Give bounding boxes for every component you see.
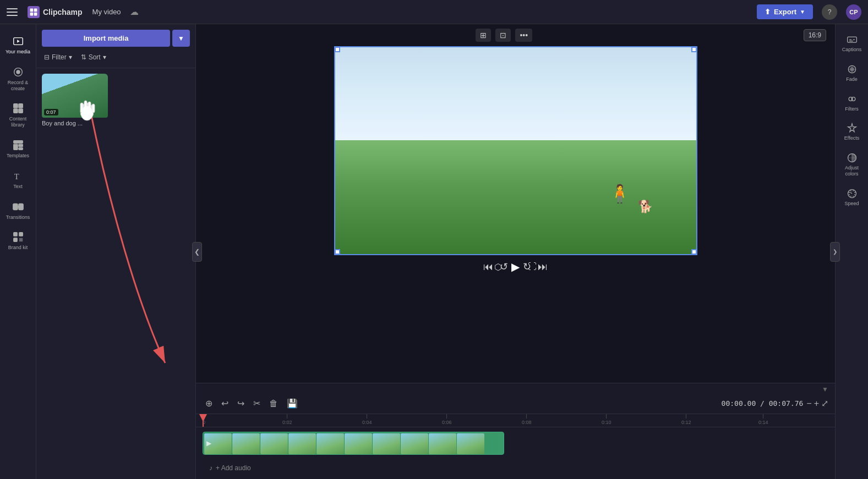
svg-rect-11 xyxy=(13,141,23,144)
video-preview-area: ⊞ ⊡ ••• 16:9 🧍 🐕 xyxy=(196,24,835,383)
resize-button[interactable]: ⊞ xyxy=(476,29,491,42)
svg-rect-3 xyxy=(34,12,37,15)
cloud-sync-icon: ☁ xyxy=(130,7,139,17)
timeline-tracks: ▶ xyxy=(196,427,835,479)
ruler-tick-8: 0:08 xyxy=(522,414,532,425)
ruler-tick-12: 0:12 xyxy=(681,414,691,425)
export-dropdown-arrow: ▼ xyxy=(800,9,805,15)
ruler-tick-10: 0:10 xyxy=(602,414,612,425)
cut-button[interactable]: ✂ xyxy=(250,397,263,410)
media-item-boy-and-dog[interactable]: 0:07 Boy and dog ... xyxy=(42,74,108,126)
export-button[interactable]: ⬆ Export ▼ xyxy=(757,4,813,19)
import-media-button[interactable]: Import media xyxy=(42,30,170,47)
timeline-expand-button[interactable]: ▼ xyxy=(822,386,828,393)
scene-dog-figure: 🐕 xyxy=(638,201,653,213)
add-audio-button[interactable]: ♪ + Add audio xyxy=(203,459,828,477)
video-title[interactable]: My video xyxy=(92,8,121,16)
svg-rect-21 xyxy=(847,37,856,42)
canvas-handle-bl[interactable] xyxy=(335,249,340,255)
redo-button[interactable]: ↪ xyxy=(234,397,247,410)
media-thumbnail-image: 0:07 xyxy=(42,74,108,118)
playhead-marker[interactable] xyxy=(203,414,204,427)
svg-rect-12 xyxy=(13,144,17,150)
add-audio-icon: ♪ xyxy=(209,464,212,472)
ruler-tick-14: 0:14 xyxy=(758,414,768,425)
right-panel-label-adjust-colors: Adjustcolors xyxy=(845,165,859,177)
sidebar-item-record-create[interactable]: Record &create xyxy=(0,60,36,97)
media-panel-header: Import media ▼ ⊟ Filter ▾ ⇅ Sort ▾ xyxy=(36,24,195,68)
sidebar-label-brand: Brand kit xyxy=(8,245,28,251)
sidebar-item-your-media[interactable]: Your media xyxy=(0,30,36,60)
sidebar-item-transitions[interactable]: Transitions xyxy=(0,195,36,226)
logo-icon xyxy=(28,6,40,18)
aspect-ratio-badge[interactable]: 16:9 xyxy=(804,29,826,41)
video-canvas[interactable]: 🧍 🐕 xyxy=(334,46,697,255)
canvas-handle-br[interactable] xyxy=(691,249,697,255)
video-clip[interactable]: ▶ xyxy=(203,432,504,455)
sidebar-label-content-library: Contentlibrary xyxy=(9,116,27,128)
svg-rect-19 xyxy=(13,238,17,241)
ruler-track: 0 0:02 0:04 0:06 0:08 0:10 0:12 0:14 xyxy=(203,414,828,427)
svg-rect-13 xyxy=(18,144,22,147)
playback-controls-row: ⬡ ⏮ ↺ ▶ ↻ ⏭ ⛶ xyxy=(480,255,551,278)
fullscreen-button[interactable]: ⛶ xyxy=(525,260,540,274)
video-track-row: ▶ xyxy=(203,430,828,457)
timeline-toolbar: ⊕ ↩ ↪ ✂ 🗑 💾 00:00.00 / 00:07.76 − + ⤢ xyxy=(196,393,835,414)
zoom-out-button[interactable]: − xyxy=(806,399,811,409)
right-panel-item-fade[interactable]: Fade xyxy=(836,58,868,88)
right-panel-collapse-button[interactable]: ❯ xyxy=(830,242,840,262)
sidebar-item-text[interactable]: T Text xyxy=(0,164,36,195)
main-layout: Your media Record &create Contentlibrary xyxy=(0,24,868,479)
right-panel-item-adjust-colors[interactable]: Adjustcolors xyxy=(836,147,868,183)
aspect-ratio-button[interactable]: ⊡ xyxy=(495,29,511,42)
clip-frame-6 xyxy=(345,433,372,454)
right-panel-item-captions[interactable]: Captions xyxy=(836,29,868,58)
sidebar-item-templates[interactable]: Templates xyxy=(0,134,36,164)
right-panel-label-filters: Filters xyxy=(845,106,859,112)
panel-collapse-button[interactable]: ❮ xyxy=(192,242,202,262)
canvas-handle-tr[interactable] xyxy=(691,47,697,52)
import-dropdown-button[interactable]: ▼ xyxy=(172,30,190,47)
ruler-tick-2: 0:02 xyxy=(282,414,292,425)
svg-rect-14 xyxy=(18,148,22,150)
timeline-time-display: 00:00.00 / 00:07.76 xyxy=(722,399,804,408)
magnet-snap-button[interactable]: ⊕ xyxy=(203,397,215,410)
media-panel: Import media ▼ ⊟ Filter ▾ ⇅ Sort ▾ xyxy=(36,24,196,479)
undo-button[interactable]: ↩ xyxy=(219,397,231,410)
user-avatar[interactable]: CP xyxy=(846,4,861,20)
right-panel-item-effects[interactable]: Effects xyxy=(836,117,868,147)
timeline-area: ▼ ⊕ ↩ ↪ ✂ 🗑 💾 00:00.00 / 00:07.76 − + ⤢ xyxy=(196,383,835,479)
fit-timeline-button[interactable]: ⤢ xyxy=(821,398,828,409)
sidebar-label-templates: Templates xyxy=(7,153,29,159)
video-canvas-wrapper: 🧍 🐕 ↻ xyxy=(334,46,697,255)
video-track-content: ▶ xyxy=(203,430,828,457)
right-panel-item-speed[interactable]: Speed xyxy=(836,183,868,212)
more-options-button[interactable]: ••• xyxy=(515,29,532,42)
zoom-in-button[interactable]: + xyxy=(814,399,819,409)
svg-rect-16 xyxy=(13,203,17,210)
svg-rect-2 xyxy=(30,12,34,15)
canvas-handle-tl[interactable] xyxy=(335,47,340,52)
sidebar-item-content-library[interactable]: Contentlibrary xyxy=(0,97,36,134)
right-panel-label-effects: Effects xyxy=(844,135,859,141)
right-panel-item-filters[interactable]: Filters xyxy=(836,88,868,118)
clip-frame-7 xyxy=(373,433,400,454)
delete-button[interactable]: 🗑 xyxy=(266,397,281,410)
sidebar-item-brand[interactable]: Brand kit xyxy=(0,225,36,256)
app-logo: Clipchamp xyxy=(28,6,83,18)
ruler-tick-4: 0:04 xyxy=(362,414,372,425)
menu-button[interactable] xyxy=(7,4,22,20)
help-button[interactable]: ? xyxy=(822,4,837,20)
sort-icon: ⇅ xyxy=(81,53,86,61)
save-to-media-button[interactable]: 💾 xyxy=(284,397,301,410)
subtitle-toggle-button[interactable]: ⬡ xyxy=(491,260,505,274)
timeline-header-row: ▼ xyxy=(196,383,835,393)
center-area: ⊞ ⊡ ••• 16:9 🧍 🐕 xyxy=(196,24,835,479)
svg-rect-8 xyxy=(18,104,22,108)
play-pause-button[interactable]: ▶ xyxy=(511,260,520,273)
sort-button[interactable]: ⇅ Sort ▾ xyxy=(79,52,108,62)
left-sidebar: Your media Record &create Contentlibrary xyxy=(0,24,36,479)
clip-frame-8 xyxy=(401,433,428,454)
svg-rect-18 xyxy=(13,233,17,236)
filter-button[interactable]: ⊟ Filter ▾ xyxy=(42,52,74,62)
